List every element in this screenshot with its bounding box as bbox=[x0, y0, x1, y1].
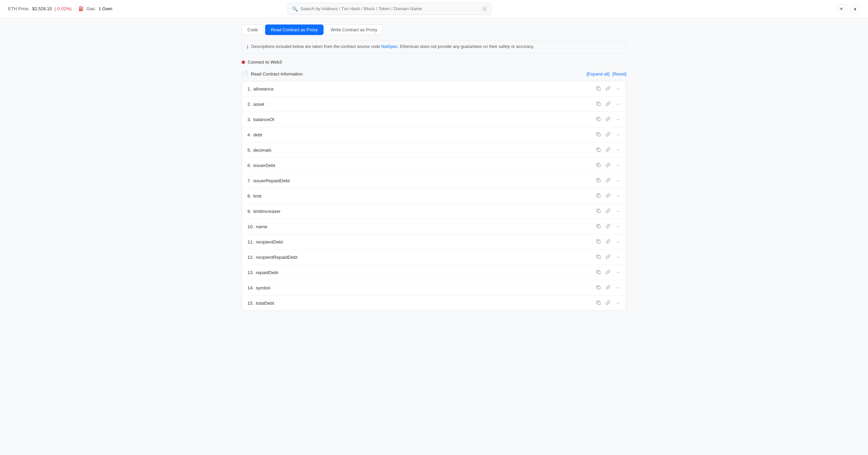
link-icon[interactable] bbox=[606, 178, 610, 184]
copy-icon[interactable] bbox=[596, 285, 601, 291]
link-icon[interactable] bbox=[606, 300, 610, 306]
expand-arrow-icon[interactable]: → bbox=[615, 254, 621, 260]
eth-price-value: $2,526.10 bbox=[32, 6, 52, 11]
expand-arrow-icon[interactable]: → bbox=[615, 223, 621, 230]
svg-rect-8 bbox=[597, 210, 600, 213]
copy-icon[interactable] bbox=[596, 132, 601, 138]
contract-item-label: 7. issuerRepaidDebt bbox=[247, 178, 290, 183]
item-name: symbol bbox=[256, 285, 271, 290]
expand-arrow-icon[interactable]: → bbox=[615, 178, 621, 184]
main-content: Code Read Contract as Proxy Write Contra… bbox=[233, 18, 635, 318]
contract-item-actions: → bbox=[596, 223, 621, 230]
item-name: decimals bbox=[253, 148, 271, 153]
expand-arrow-icon[interactable]: → bbox=[615, 300, 621, 306]
tab-write-proxy[interactable]: Write Contract as Proxy bbox=[325, 24, 383, 35]
svg-rect-14 bbox=[597, 302, 600, 304]
reset-link[interactable]: [Reset] bbox=[612, 71, 626, 77]
tab-read-proxy[interactable]: Read Contract as Proxy bbox=[265, 24, 324, 35]
eth-logo-icon[interactable]: ♦ bbox=[850, 4, 860, 14]
contract-item-label: 3. balanceOf bbox=[247, 117, 274, 122]
contract-list-item: 7. issuerRepaidDebt → bbox=[242, 173, 626, 188]
link-icon[interactable] bbox=[606, 86, 610, 92]
copy-icon[interactable] bbox=[596, 86, 601, 92]
contract-list-item: 2. asset → bbox=[242, 97, 626, 112]
expand-arrow-icon[interactable]: → bbox=[615, 193, 621, 199]
link-icon[interactable] bbox=[606, 208, 610, 214]
expand-arrow-icon[interactable]: → bbox=[615, 239, 621, 245]
contract-info-header: 📄 Read Contract Information [Expand all]… bbox=[242, 69, 626, 78]
contract-item-label: 6. issuerDebt bbox=[247, 163, 275, 168]
expand-arrow-icon[interactable]: → bbox=[615, 285, 621, 291]
contract-item-actions: → bbox=[596, 116, 621, 122]
link-icon[interactable] bbox=[606, 132, 610, 138]
expand-arrow-icon[interactable]: → bbox=[615, 116, 621, 122]
expand-arrow-icon[interactable]: → bbox=[615, 86, 621, 92]
copy-icon[interactable] bbox=[596, 254, 601, 260]
copy-icon[interactable] bbox=[596, 101, 601, 107]
contract-items-list: 1. allowance → bbox=[242, 81, 626, 311]
item-name: name bbox=[256, 224, 267, 229]
svg-rect-6 bbox=[597, 179, 600, 182]
expand-all-link[interactable]: [Expand all] bbox=[587, 71, 610, 77]
copy-icon[interactable] bbox=[596, 224, 601, 230]
link-icon[interactable] bbox=[606, 224, 610, 230]
contract-item-label: 12. recipientRepaidDebt bbox=[247, 255, 297, 260]
item-name: recipientRepaidDebt bbox=[256, 255, 297, 260]
tab-code[interactable]: Code bbox=[242, 24, 264, 35]
contract-list-item: 12. recipientRepaidDebt → bbox=[242, 250, 626, 265]
contract-item-actions: → bbox=[596, 132, 621, 138]
contract-item-actions: → bbox=[596, 239, 621, 245]
expand-arrow-icon[interactable]: → bbox=[615, 101, 621, 107]
expand-arrow-icon[interactable]: → bbox=[615, 147, 621, 153]
info-banner: ℹ Descriptions included below are taken … bbox=[242, 40, 626, 53]
item-number: 2. bbox=[247, 102, 251, 107]
link-icon[interactable] bbox=[606, 239, 610, 245]
search-input[interactable] bbox=[300, 6, 479, 11]
svg-rect-5 bbox=[597, 164, 600, 167]
expand-arrow-icon[interactable]: → bbox=[615, 132, 621, 138]
link-icon[interactable] bbox=[606, 254, 610, 260]
contract-list-item: 8. limit → bbox=[242, 188, 626, 204]
expand-arrow-icon[interactable]: → bbox=[615, 208, 621, 214]
copy-icon[interactable] bbox=[596, 163, 601, 168]
item-number: 1. bbox=[247, 86, 251, 91]
copy-icon[interactable] bbox=[596, 193, 601, 199]
contract-item-label: 4. debt bbox=[247, 132, 262, 137]
copy-icon[interactable] bbox=[596, 208, 601, 214]
contract-item-actions: → bbox=[596, 147, 621, 153]
link-icon[interactable] bbox=[606, 101, 610, 107]
contract-item-label: 13. repaidDebt bbox=[247, 270, 278, 275]
link-icon[interactable] bbox=[606, 285, 610, 291]
item-number: 11. bbox=[247, 239, 254, 245]
link-icon[interactable] bbox=[606, 117, 610, 122]
copy-icon[interactable] bbox=[596, 300, 601, 306]
expand-arrow-icon[interactable]: → bbox=[615, 269, 621, 275]
link-icon[interactable] bbox=[606, 270, 610, 275]
copy-icon[interactable] bbox=[596, 117, 601, 122]
natspec-link[interactable]: NatSpec bbox=[381, 44, 398, 49]
copy-icon[interactable] bbox=[596, 270, 601, 275]
connect-web3[interactable]: Connect to Web3 bbox=[242, 60, 626, 65]
contract-list-item: 6. issuerDebt → bbox=[242, 158, 626, 173]
link-icon[interactable] bbox=[606, 163, 610, 168]
search-bar[interactable]: 🔍 / bbox=[288, 3, 491, 15]
svg-rect-0 bbox=[597, 87, 600, 90]
link-icon[interactable] bbox=[606, 193, 610, 199]
gas-label: Gas: bbox=[87, 6, 96, 11]
expand-arrow-icon[interactable]: → bbox=[615, 162, 621, 168]
svg-rect-13 bbox=[597, 286, 600, 289]
copy-icon[interactable] bbox=[596, 147, 601, 153]
theme-toggle-icon[interactable]: ☀ bbox=[837, 4, 846, 14]
svg-rect-3 bbox=[597, 133, 600, 136]
copy-icon[interactable] bbox=[596, 178, 601, 184]
contract-item-actions: → bbox=[596, 300, 621, 306]
link-icon[interactable] bbox=[606, 147, 610, 153]
topbar-eth-info: ETH Price: $2,526.10 (-0.02%) ⛽ Gas: 1 G… bbox=[8, 6, 112, 11]
contract-item-actions: → bbox=[596, 86, 621, 92]
contract-item-label: 11. recipientDebt bbox=[247, 239, 283, 245]
copy-icon[interactable] bbox=[596, 239, 601, 245]
item-number: 5. bbox=[247, 148, 251, 153]
contract-item-label: 15. totalDebt bbox=[247, 301, 274, 306]
contract-info-actions: [Expand all] [Reset] bbox=[587, 71, 626, 77]
contract-item-actions: → bbox=[596, 178, 621, 184]
